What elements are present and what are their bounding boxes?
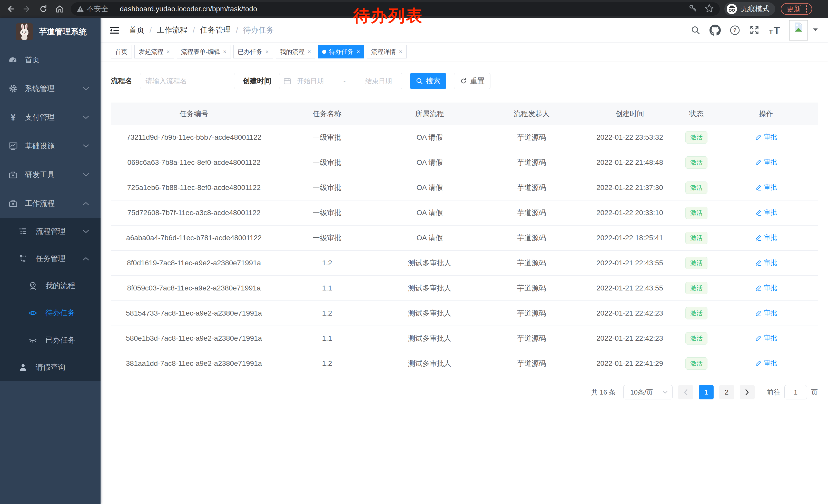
- status-badge: 激活: [686, 207, 707, 219]
- star-icon[interactable]: [704, 4, 714, 14]
- chevron-down-icon: [83, 116, 89, 120]
- approve-link[interactable]: 审批: [755, 158, 777, 167]
- tab-close-icon[interactable]: ×: [308, 48, 311, 55]
- breadcrumb: 首页 / 工作流程 / 任务管理 / 待办任务: [129, 25, 274, 35]
- sidebar-item-my-process[interactable]: 我的流程: [0, 272, 100, 300]
- refresh-icon: [460, 78, 467, 85]
- sidebar-item-system[interactable]: 系统管理: [0, 74, 100, 103]
- search-button-label: 搜索: [426, 76, 441, 86]
- page-button-1[interactable]: 1: [699, 385, 714, 400]
- back-icon[interactable]: [5, 3, 16, 15]
- sidebar-item-label: 已办任务: [45, 335, 75, 345]
- forward-icon[interactable]: [21, 3, 33, 15]
- app-logo[interactable]: 芋道管理系统: [0, 18, 100, 46]
- tab-close-icon[interactable]: ×: [166, 48, 170, 55]
- sidebar-item-payment[interactable]: ¥ 支付管理: [0, 103, 100, 132]
- status-badge: 激活: [686, 357, 707, 370]
- tab[interactable]: 我的流程 ×: [276, 45, 316, 58]
- update-button[interactable]: 更新: [781, 3, 812, 15]
- reload-icon[interactable]: [37, 3, 49, 15]
- cell-process: 测试多审批人: [377, 283, 482, 293]
- tab[interactable]: 待办任务 ×: [318, 45, 364, 58]
- tab[interactable]: 已办任务 ×: [234, 45, 273, 58]
- cell-initiator: 芋道源码: [482, 183, 581, 192]
- approve-link[interactable]: 审批: [755, 208, 777, 217]
- chevron-down-icon: [83, 173, 89, 177]
- tab-close-icon[interactable]: ×: [357, 48, 360, 55]
- sidebar-item-done-tasks[interactable]: 已办任务: [0, 327, 100, 354]
- svg-text:T: T: [774, 25, 780, 36]
- cell-task-id: 8f059c03-7ac8-11ec-a9e2-a2380e71991a: [111, 284, 277, 292]
- next-page-button[interactable]: [740, 385, 755, 400]
- total-count: 共 16 条: [591, 388, 616, 397]
- sidebar-fold-icon[interactable]: [109, 25, 120, 35]
- chevron-right-icon: [745, 389, 749, 396]
- tab[interactable]: 发起流程 ×: [134, 45, 174, 58]
- page-unit-label: 页: [811, 388, 818, 397]
- edit-pen-icon: [755, 310, 762, 316]
- cell-initiator: 芋道源码: [482, 258, 581, 268]
- home-icon[interactable]: [54, 3, 66, 15]
- annotation-todo-list: 待办列表: [354, 5, 423, 27]
- date-range-picker[interactable]: -: [279, 73, 402, 89]
- task-table: 任务编号任务名称所属流程流程发起人创建时间状态操作 73211d9d-7b9b-…: [111, 102, 818, 376]
- tab-close-icon[interactable]: ×: [399, 48, 402, 55]
- cell-initiator: 芋道源码: [482, 283, 581, 293]
- page-button-2[interactable]: 2: [719, 385, 734, 400]
- caret-down-icon[interactable]: [813, 28, 818, 33]
- fullscreen-icon[interactable]: [749, 25, 760, 36]
- incognito-label: 无痕模式: [741, 4, 770, 14]
- cell-task-id: a6aba0a4-7b6d-11ec-b781-acde48001122: [111, 234, 277, 242]
- approve-link[interactable]: 审批: [755, 233, 777, 242]
- workflow-submenu: 流程管理 任务管理 我的流程 待办任务: [0, 218, 100, 381]
- end-date-input[interactable]: [359, 77, 398, 85]
- approve-link[interactable]: 审批: [755, 308, 777, 317]
- status-badge: 激活: [686, 156, 707, 169]
- start-date-input[interactable]: [291, 77, 330, 85]
- sidebar-item-home[interactable]: 首页: [0, 46, 100, 74]
- svg-text:?: ?: [733, 27, 736, 33]
- edit-pen-icon: [755, 360, 762, 367]
- tab[interactable]: 流程详情 ×: [367, 45, 407, 58]
- cell-task-id: 73211d9d-7b9b-11ec-b5b7-acde48001122: [111, 133, 277, 141]
- page-size-select[interactable]: 10条/页: [623, 385, 672, 400]
- help-icon[interactable]: ?: [730, 25, 740, 36]
- github-icon[interactable]: [709, 25, 721, 36]
- sidebar-item-workflow[interactable]: 工作流程: [0, 189, 100, 218]
- key-icon[interactable]: [689, 4, 698, 14]
- tab[interactable]: 首页: [111, 45, 132, 58]
- approve-link[interactable]: 审批: [755, 258, 777, 267]
- reset-button[interactable]: 重置: [454, 73, 490, 89]
- breadcrumb-workflow[interactable]: 工作流程: [157, 25, 188, 35]
- breadcrumb-home[interactable]: 首页: [129, 25, 144, 35]
- sidebar-item-task-management[interactable]: 任务管理: [0, 245, 100, 272]
- avatar[interactable]: [789, 20, 808, 41]
- sidebar-item-dev-tools[interactable]: 研发工具: [0, 161, 100, 189]
- security-label[interactable]: 不安全: [87, 4, 108, 14]
- search-button[interactable]: 搜索: [410, 73, 446, 89]
- sidebar-item-leave-query[interactable]: 请假查询: [0, 354, 100, 381]
- prev-page-button[interactable]: [678, 385, 693, 400]
- approve-link[interactable]: 审批: [755, 183, 777, 192]
- approve-link[interactable]: 审批: [755, 133, 777, 141]
- approve-link[interactable]: 审批: [755, 359, 777, 368]
- kebab-menu-icon[interactable]: [805, 5, 808, 13]
- svg-text:T: T: [769, 29, 773, 35]
- sidebar-item-infrastructure[interactable]: 基础设施: [0, 132, 100, 161]
- tab[interactable]: 流程表单-编辑 ×: [177, 45, 231, 58]
- calendar-icon: [283, 77, 291, 85]
- page-size-value: 10条/页: [630, 388, 653, 397]
- search-icon[interactable]: [691, 25, 701, 35]
- goto-page-input[interactable]: [784, 385, 807, 400]
- approve-link[interactable]: 审批: [755, 333, 777, 342]
- sidebar-item-process-management[interactable]: 流程管理: [0, 218, 100, 245]
- approve-link[interactable]: 审批: [755, 283, 777, 292]
- process-name-input[interactable]: [140, 73, 235, 89]
- font-size-icon[interactable]: TT: [769, 25, 781, 36]
- tab-close-icon[interactable]: ×: [265, 48, 269, 55]
- edit-pen-icon: [755, 134, 762, 140]
- tab-close-icon[interactable]: ×: [223, 48, 226, 55]
- tab-label: 已办任务: [238, 48, 262, 56]
- sidebar-item-todo-tasks[interactable]: 待办任务: [0, 300, 100, 327]
- breadcrumb-task-management[interactable]: 任务管理: [200, 25, 231, 35]
